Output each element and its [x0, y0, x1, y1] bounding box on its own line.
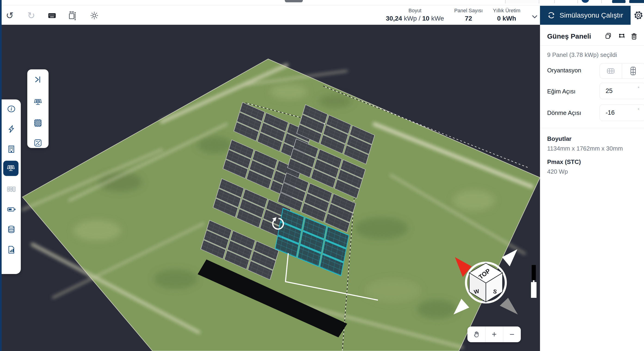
stat-size-kwe: 10 [422, 15, 429, 22]
stat-size-sep: kWp / [402, 15, 422, 22]
battery-icon [6, 204, 16, 214]
inverter-symbol-icon [33, 138, 43, 148]
sidebar-item-solar-panels-selected[interactable] [3, 161, 18, 176]
elevation-slider[interactable] [531, 265, 536, 298]
draw-keepout-button[interactable] [27, 116, 48, 130]
orientation-label: Oryantasyon [547, 67, 581, 74]
inverter-unit-icon [6, 184, 16, 194]
rotation-angle-value: -16 [606, 109, 638, 116]
brightness-sun-icon [89, 10, 100, 21]
collapse-panel-button[interactable] [27, 72, 48, 86]
divider [540, 45, 644, 46]
zoom-in-button[interactable]: + [485, 326, 503, 342]
browser-chrome-fragment [285, 0, 303, 2]
stat-panel-count-number: 72 [465, 15, 472, 22]
plus-icon: + [492, 330, 496, 339]
undo-icon: ↺ [6, 11, 14, 20]
rotation-angle-unit: ° [638, 108, 640, 112]
orientation-portrait-button[interactable] [622, 63, 644, 78]
undo-button[interactable]: ↺ [3, 10, 16, 20]
stat-size-value: 30,24 kWp / 10 kWe [386, 14, 444, 23]
redo-button[interactable]: ↻ [25, 10, 38, 20]
stat-size: Boyut 30,24 kWp / 10 kWe [386, 7, 444, 23]
keyboard-icon [47, 10, 57, 20]
orientation-landscape-button[interactable] [600, 63, 622, 78]
dimensions-value: 1134mm x 1762mm x 30mm [547, 145, 623, 152]
panel-portrait-icon [630, 66, 636, 76]
database-icon [6, 224, 16, 235]
transform-array-icon [618, 32, 626, 40]
stat-annual-production: Yıllık Üretim 0 kWh [493, 7, 520, 23]
stat-annual-label: Yıllık Üretim [493, 7, 520, 14]
trash-icon [630, 32, 638, 40]
inspector-title: Güneş Paneli [547, 32, 601, 40]
minus-icon: − [510, 330, 514, 339]
viewport-nav-controls: + − [468, 326, 521, 342]
settings-button[interactable] [632, 9, 644, 21]
zoom-out-button[interactable]: − [503, 326, 521, 342]
lightning-bolt-icon [7, 124, 16, 134]
sidebar-item-energy[interactable] [2, 122, 21, 137]
sidebar-item-inverter[interactable] [2, 182, 21, 197]
stat-panel-count: Panel Sayısı 72 [454, 7, 483, 23]
scene-3d-canvas[interactable]: TOP W S [0, 25, 540, 351]
draw-solar-panel-button[interactable] [27, 95, 48, 109]
run-simulation-button[interactable]: Simülasyonu Çalıştır [540, 6, 630, 25]
sidebar-item-report[interactable] [2, 242, 21, 257]
tilt-angle-label: Eğim Açısı [547, 88, 576, 95]
browser-chrome-fragment [612, 0, 626, 3]
pmax-label: Pmax (STC) [547, 158, 581, 166]
pan-tool-button[interactable] [468, 326, 485, 342]
browser-chrome-fragment [582, 0, 589, 3]
info-icon: i [7, 104, 16, 114]
report-chart-icon [6, 245, 16, 255]
keepout-hatched-icon [33, 118, 43, 128]
browser-chrome-fragment [554, 0, 555, 3]
resize-dimensions-button[interactable] [66, 10, 79, 20]
resize-icon [67, 10, 78, 21]
sidebar-item-info[interactable]: i [2, 101, 21, 116]
tilt-angle-unit: ° [638, 86, 640, 91]
browser-chrome-fragment [629, 0, 644, 3]
delete-selection-button[interactable] [629, 32, 639, 40]
sidebar-item-database[interactable] [2, 222, 21, 237]
stat-panel-count-label: Panel Sayısı [454, 7, 483, 14]
svg-text:i: i [11, 106, 12, 112]
transform-array-button[interactable] [615, 32, 629, 40]
brightness-button[interactable] [88, 10, 101, 20]
dimensions-label: Boyutlar [547, 135, 572, 142]
panel-landscape-icon [606, 68, 615, 74]
solar-panel-icon [33, 97, 43, 107]
run-simulation-label: Simülasyonu Çalıştır [560, 11, 623, 19]
project-stats: Boyut 30,24 kWp / 10 kWe Panel Sayısı 72… [386, 7, 539, 23]
sidebar-item-battery[interactable] [2, 202, 21, 217]
browser-chrome-strip [0, 0, 644, 5]
stat-size-label: Boyut [408, 7, 422, 14]
redo-icon: ↻ [27, 11, 35, 20]
rotation-angle-input[interactable]: -16 ° [600, 104, 644, 121]
stat-annual-number: 0 kWh [497, 15, 516, 22]
solar-panel-icon [6, 163, 16, 174]
pmax-value: 420 Wp [547, 168, 568, 175]
building-icon [7, 144, 16, 154]
chevron-down-icon [532, 16, 537, 18]
rotation-angle-label: Dönme Açısı [547, 109, 581, 116]
compass-south-arrow[interactable] [500, 298, 518, 314]
duplicate-selection-button[interactable] [601, 32, 615, 40]
tilt-angle-input[interactable]: 25 ° [600, 83, 644, 99]
gear-icon [633, 10, 644, 20]
selection-summary: 9 Panel (3.78 kWp) seçildi [547, 51, 617, 58]
sidebar-item-building[interactable] [2, 142, 21, 157]
browser-chrome-fragment [505, 0, 539, 4]
stats-expand-chevron[interactable] [530, 12, 539, 21]
keyboard-shortcuts-button[interactable] [46, 10, 58, 20]
browser-chrome-fragment [578, 0, 578, 3]
draw-toolbar [27, 69, 48, 148]
module-sidebar: i [2, 100, 21, 274]
draw-inverter-button[interactable] [27, 136, 48, 150]
browser-chrome-fragment [601, 0, 602, 3]
viewport-3d[interactable]: TOP W S [0, 25, 540, 351]
inspector-panel: Güneş Paneli [540, 25, 644, 351]
tilt-angle-value: 25 [606, 88, 638, 94]
stat-size-unit: kWe [430, 15, 444, 22]
